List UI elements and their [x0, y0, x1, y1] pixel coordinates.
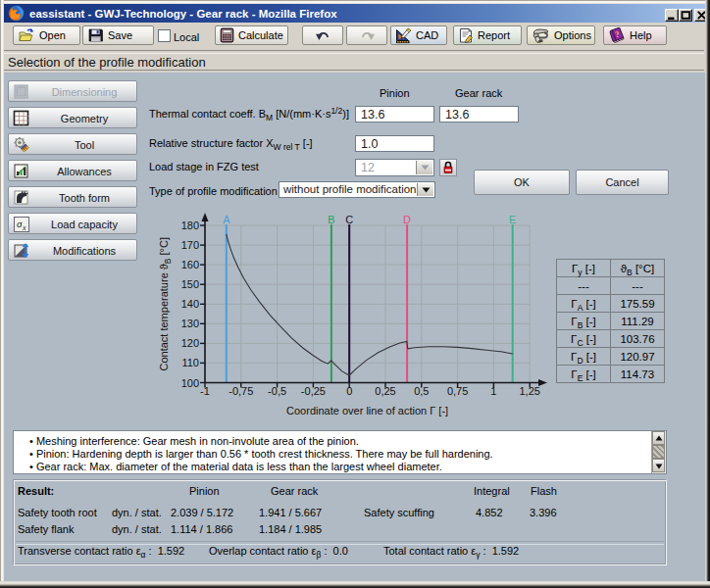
svg-text:B: B — [328, 214, 334, 225]
svg-text:160: 160 — [181, 259, 199, 270]
svg-text:-1: -1 — [200, 385, 210, 397]
svg-text:-0,25: -0,25 — [301, 385, 326, 397]
svg-text:Coordinate over line of action: Coordinate over line of action Γ [-] — [286, 405, 448, 416]
svg-text:0: 0 — [346, 385, 352, 397]
svg-text:150: 150 — [181, 278, 199, 290]
svg-text:0,75: 0,75 — [447, 385, 468, 397]
svg-text:A: A — [223, 214, 230, 225]
svg-text:0,5: 0,5 — [414, 385, 429, 397]
svg-text:C: C — [345, 214, 353, 225]
svg-text:110: 110 — [181, 357, 199, 368]
svg-text:x: x — [22, 223, 26, 232]
svg-text:D: D — [403, 214, 411, 225]
svg-text:170: 170 — [181, 239, 199, 251]
svg-text:1,25: 1,25 — [519, 385, 539, 397]
svg-text:1: 1 — [490, 385, 496, 397]
svg-text:Contact temperature ϑB [°C]: Contact temperature ϑB [°C] — [158, 237, 173, 371]
svg-text:-0,75: -0,75 — [228, 385, 253, 397]
svg-text:120: 120 — [181, 337, 199, 349]
svg-text:100: 100 — [181, 377, 199, 389]
svg-text:E: E — [509, 214, 516, 225]
svg-text:-0,5: -0,5 — [268, 385, 286, 397]
svg-text:0,25: 0,25 — [375, 385, 395, 397]
svg-text:140: 140 — [181, 298, 199, 310]
svg-text:130: 130 — [181, 318, 199, 329]
svg-text:180: 180 — [181, 220, 199, 231]
